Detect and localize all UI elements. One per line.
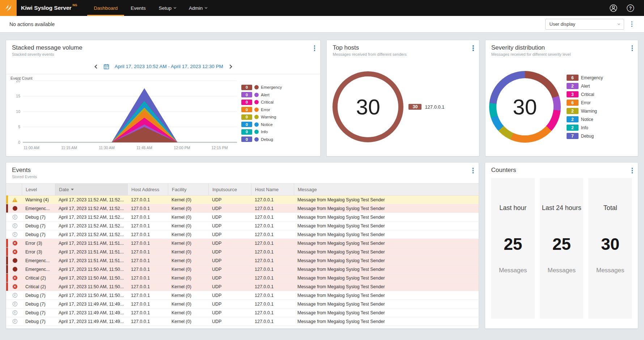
cell-message: Message from Megalog Syslog Test Sender bbox=[294, 276, 479, 281]
card-subtitle: Stacked severity events bbox=[12, 52, 314, 56]
solarwinds-logo[interactable] bbox=[0, 0, 17, 16]
legend-item-critical[interactable]: 3 Critical bbox=[567, 90, 603, 98]
cell-inputsource: UDP bbox=[208, 197, 251, 202]
cell-inputsource: UDP bbox=[208, 206, 251, 211]
cell-facility: Kernel (0) bbox=[168, 267, 208, 272]
severity-dot-icon bbox=[254, 93, 259, 97]
table-row[interactable]: iDebug (7)April 17, 2023 11:49 AM, 11:49… bbox=[6, 317, 479, 326]
cell-facility: Kernel (0) bbox=[168, 197, 208, 202]
info-icon: i bbox=[13, 319, 17, 324]
column-header-inputsource[interactable]: Inputsource bbox=[208, 184, 251, 195]
column-header-label: Message bbox=[298, 187, 317, 192]
table-row[interactable]: iDebug (7)April 17, 2023 11:49 AM, 11:49… bbox=[6, 308, 479, 317]
legend-count-badge: 6 bbox=[567, 100, 579, 106]
severity-icon-cell: i bbox=[8, 319, 22, 324]
counter-label: Total bbox=[603, 204, 617, 212]
column-header-facility[interactable]: Facility bbox=[168, 184, 208, 195]
legend-item-critical[interactable]: 0 Critical bbox=[241, 98, 282, 106]
column-header-date[interactable]: Date bbox=[55, 184, 127, 195]
svg-text:0: 0 bbox=[18, 140, 20, 144]
top-row: Stacked message volume Stacked severity … bbox=[6, 40, 638, 156]
cell-inputsource: UDP bbox=[208, 284, 251, 289]
cell-date: April 17, 2023 11:52 AM, 11:52... bbox=[55, 215, 127, 220]
column-header-message[interactable]: Message bbox=[294, 184, 479, 195]
legend-item-debug[interactable]: 7 Debug bbox=[567, 132, 603, 140]
calendar-icon[interactable] bbox=[103, 64, 109, 70]
column-header-level[interactable]: Level bbox=[22, 184, 55, 195]
legend-label: Critical bbox=[581, 92, 594, 97]
table-row[interactable]: iDebug (7)April 17, 2023 11:52 AM, 11:52… bbox=[6, 213, 479, 222]
legend-count-badge: 0 bbox=[241, 100, 252, 105]
legend-item-info[interactable]: 2 Info bbox=[567, 123, 603, 132]
table-row[interactable]: iDebug (7)April 17, 2023 11:50 AM, 11:50… bbox=[6, 291, 479, 300]
cell-message: Message from Megalog Syslog Test Sender bbox=[294, 293, 479, 298]
cell-date: April 17, 2023 11:52 AM, 11:52... bbox=[55, 206, 127, 211]
actionbar-kebab-menu[interactable] bbox=[629, 19, 635, 29]
card-title: Events bbox=[12, 167, 473, 174]
table-row[interactable]: iDebug (7)April 17, 2023 11:52 AM, 11:52… bbox=[6, 230, 479, 239]
cell-date: April 17, 2023 11:51 AM, 11:51... bbox=[55, 258, 127, 263]
legend-item-emergency[interactable]: 0 Emergency bbox=[241, 84, 282, 91]
next-range-chevron-icon[interactable] bbox=[228, 64, 232, 68]
legend-item-alert[interactable]: 2 Alert bbox=[567, 82, 603, 90]
table-row[interactable]: ×Critical (2)April 17, 2023 11:50 AM, 11… bbox=[6, 274, 479, 282]
card-kebab-menu[interactable] bbox=[470, 165, 476, 176]
legend-item-alert[interactable]: 0 Alert bbox=[241, 91, 282, 99]
legend-count-badge: 3 bbox=[567, 91, 579, 97]
table-row[interactable]: Warning (4)April 17, 2023 11:52 AM, 11:5… bbox=[6, 196, 479, 204]
prev-range-chevron-icon[interactable] bbox=[94, 64, 98, 68]
nav-tab-events[interactable]: Events bbox=[124, 0, 152, 16]
severity-icon-cell: i bbox=[8, 215, 22, 219]
legend-label: Notice bbox=[261, 122, 273, 127]
table-row[interactable]: Emergenc...April 17, 2023 11:51 AM, 11:5… bbox=[6, 256, 479, 265]
legend-count-badge: 2 bbox=[567, 116, 579, 122]
legend-item-warning[interactable]: 2 Warning bbox=[567, 107, 603, 115]
column-header-host-name[interactable]: Host Name bbox=[251, 184, 294, 195]
cell-inputsource: UDP bbox=[208, 310, 251, 315]
cell-facility: Kernel (0) bbox=[168, 232, 208, 237]
card-title: Top hosts bbox=[332, 44, 473, 51]
table-row[interactable]: iDebug (7)April 17, 2023 11:52 AM, 11:52… bbox=[6, 222, 479, 230]
account-icon[interactable] bbox=[609, 4, 618, 12]
legend-count-badge: 0 bbox=[241, 137, 252, 142]
table-row[interactable]: Emergenc...April 17, 2023 11:50 AM, 11:5… bbox=[6, 265, 479, 274]
cell-inputsource: UDP bbox=[208, 258, 251, 263]
cell-level: Error (3) bbox=[22, 249, 55, 255]
date-range-bar: April 17, 2023 10:52 AM - April 17, 2023… bbox=[6, 59, 320, 74]
table-row[interactable]: Emergenc...April 17, 2023 11:52 AM, 11:5… bbox=[6, 204, 479, 213]
card-kebab-menu[interactable] bbox=[470, 43, 476, 53]
legend-item-info[interactable]: 0 Info bbox=[241, 128, 282, 136]
nav-tab-admin[interactable]: Admin bbox=[182, 0, 213, 16]
user-display-select[interactable]: User display bbox=[545, 19, 624, 30]
legend-item-error[interactable]: 0 Error bbox=[241, 106, 282, 114]
card-subtitle: Messages received for different severity… bbox=[491, 52, 632, 56]
table-row[interactable]: iDebug (7)April 17, 2023 11:49 AM, 11:49… bbox=[6, 300, 479, 308]
severity-icon-cell: × bbox=[8, 249, 22, 254]
severity-dot-icon bbox=[254, 85, 259, 89]
cell-level: Debug (7) bbox=[22, 215, 55, 220]
emergency-icon bbox=[13, 206, 17, 211]
column-header-host-address[interactable]: Host Address bbox=[127, 184, 168, 195]
legend-item-warning[interactable]: 0 Warning bbox=[241, 113, 282, 121]
app-title: Kiwi Syslog Server NG bbox=[21, 0, 77, 16]
card-kebab-menu[interactable] bbox=[630, 165, 635, 176]
table-row[interactable]: ×Error (3)April 17, 2023 11:51 AM, 11:51… bbox=[6, 239, 479, 248]
cell-date: April 17, 2023 11:52 AM, 11:52... bbox=[55, 197, 127, 202]
legend-item-error[interactable]: 6 Error bbox=[567, 98, 603, 107]
cell-host-address: 127.0.0.1 bbox=[127, 310, 168, 315]
legend-item-debug[interactable]: 0 Debug bbox=[241, 136, 282, 143]
nav-tab-dashboard[interactable]: Dashboard bbox=[87, 0, 124, 16]
cell-host-name: 127.0.0.1 bbox=[251, 249, 294, 255]
help-icon[interactable]: ? bbox=[626, 4, 635, 12]
table-row[interactable]: ×Error (3)April 17, 2023 11:51 AM, 11:51… bbox=[6, 248, 479, 256]
legend-item-notice[interactable]: 2 Notice bbox=[567, 115, 603, 123]
card-kebab-menu[interactable] bbox=[312, 43, 318, 53]
table-row[interactable]: ×Critical (2)April 17, 2023 11:50 AM, 11… bbox=[6, 282, 479, 291]
nav-tab-setup[interactable]: Setup bbox=[152, 0, 182, 16]
card-kebab-menu[interactable] bbox=[630, 43, 635, 53]
legend-item-emergency[interactable]: 6 Emergency bbox=[567, 74, 603, 82]
legend-item-notice[interactable]: 0 Notice bbox=[241, 121, 282, 129]
legend-label: Warning bbox=[581, 109, 597, 114]
cell-inputsource: UDP bbox=[208, 223, 251, 228]
date-range-label[interactable]: April 17, 2023 10:52 AM - April 17, 2023… bbox=[115, 64, 223, 69]
